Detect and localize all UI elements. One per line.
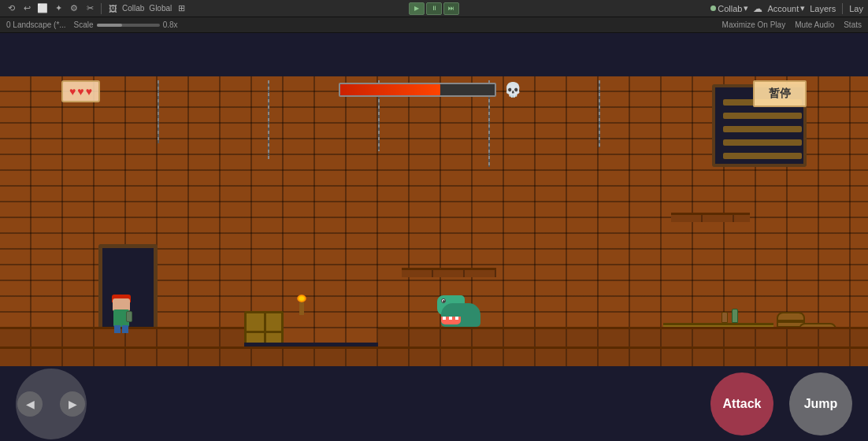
step-button[interactable]: ⏭ (443, 2, 459, 15)
attack-button[interactable]: Attack (710, 372, 773, 435)
monster-tooth-1 (443, 317, 446, 320)
hud-hearts: ♥ ♥ ♥ (61, 80, 100, 102)
jump-button[interactable]: Jump (789, 372, 852, 435)
monster-tooth-3 (455, 317, 458, 320)
second-toolbar-right: Maximize On Play Mute Audio Stats (722, 20, 862, 29)
main-floor (0, 346, 868, 366)
center-label: Collab (122, 4, 144, 13)
scale-bar[interactable] (97, 24, 160, 27)
game-area: ♥ ♥ ♥ 💀 暂停 ◀ ▶ Attack Jump (0, 33, 868, 441)
toolbar-divider-1 (101, 3, 102, 14)
scale-label: Scale (74, 20, 94, 29)
dark-top (0, 33, 868, 76)
toolbar-icon-2[interactable]: ↩ (20, 2, 33, 15)
toolbar-divider-2 (842, 3, 843, 14)
char-leg-right (122, 325, 128, 333)
heart-1: ♥ (69, 85, 76, 98)
toolbar-icon-8[interactable]: ⊞ (175, 2, 187, 15)
play-button[interactable]: ▶ (409, 2, 425, 15)
toolbar-icon-1[interactable]: ⟲ (5, 2, 17, 15)
player-character (110, 298, 132, 327)
heart-3: ♥ (86, 85, 92, 98)
toolbar-icon-7[interactable]: 🖼 (106, 2, 119, 15)
monster (437, 295, 484, 327)
second-toolbar: 0 Landscape (*... Scale 0.8x Maximize On… (0, 17, 868, 33)
top-toolbar: ⟲ ↩ ⬜ ✦ ⚙ ✂ 🖼 Collab Global ⊞ ▶ ⏸ ⏭ Coll… (0, 0, 868, 17)
scale-value: 0.8x (163, 20, 178, 29)
stats-label[interactable]: Stats (844, 20, 862, 29)
pause-button-ingame[interactable]: 暂停 (753, 80, 807, 107)
landscape-label: 0 Landscape (*... (6, 20, 66, 29)
layers-button[interactable]: Layers (810, 4, 836, 13)
action-buttons: Attack Jump (710, 372, 852, 435)
char-leg-left (114, 325, 121, 333)
torch-left (299, 299, 304, 315)
cloud-button[interactable]: ☁ (753, 3, 762, 14)
dpad-right-button[interactable]: ▶ (60, 391, 85, 417)
hud-health-bar (339, 83, 496, 97)
dpad[interactable]: ◀ ▶ (16, 369, 87, 439)
hud-skull: 💀 (504, 81, 521, 98)
collab-dot (710, 6, 716, 11)
mobile-controls: ◀ ▶ Attack Jump (0, 366, 868, 441)
char-backpack (126, 311, 132, 322)
platform-right-ground (378, 327, 868, 346)
monster-tooth-2 (449, 317, 452, 320)
toolbar-right: Collab ▾ ☁ Account ▾ Layers Lay (710, 3, 863, 14)
bottle-1 (732, 309, 738, 323)
collab-button[interactable]: Collab ▾ (710, 3, 748, 13)
char-body (113, 309, 129, 327)
scale-bar-fill (97, 24, 122, 27)
cloud-icon: ☁ (753, 3, 762, 14)
monster-eye (441, 298, 446, 303)
bottle-2 (721, 312, 728, 323)
toolbar-icon-6[interactable]: ✂ (83, 2, 96, 15)
platform-float-center (402, 268, 496, 277)
platform-float-right (671, 213, 750, 222)
scale-container: Scale 0.8x (74, 20, 178, 29)
hud-health-fill (340, 84, 440, 95)
toolbar-icon-5[interactable]: ⚙ (68, 2, 80, 15)
pause-button[interactable]: ⏸ (426, 2, 442, 15)
window-slat-4 (723, 139, 802, 146)
heart-2: ♥ (77, 85, 83, 98)
window-slat-2 (723, 113, 802, 119)
torch-flame (297, 295, 306, 302)
window-slat-5 (723, 153, 802, 159)
playback-controls: ▶ ⏸ ⏭ (409, 2, 459, 15)
global-label: Global (149, 4, 172, 13)
maximize-label[interactable]: Maximize On Play (722, 20, 786, 29)
window-slat-3 (723, 126, 802, 132)
monster-mouth (441, 317, 461, 324)
dpad-left-button[interactable]: ◀ (17, 391, 43, 417)
toolbar-icon-3[interactable]: ⬜ (36, 2, 49, 15)
toolbar-icon-4[interactable]: ✦ (52, 2, 65, 15)
monster-pupil (443, 300, 445, 302)
account-button[interactable]: Account ▾ (767, 3, 805, 13)
mute-label[interactable]: Mute Audio (795, 20, 834, 29)
layout-button[interactable]: Lay (849, 4, 863, 13)
